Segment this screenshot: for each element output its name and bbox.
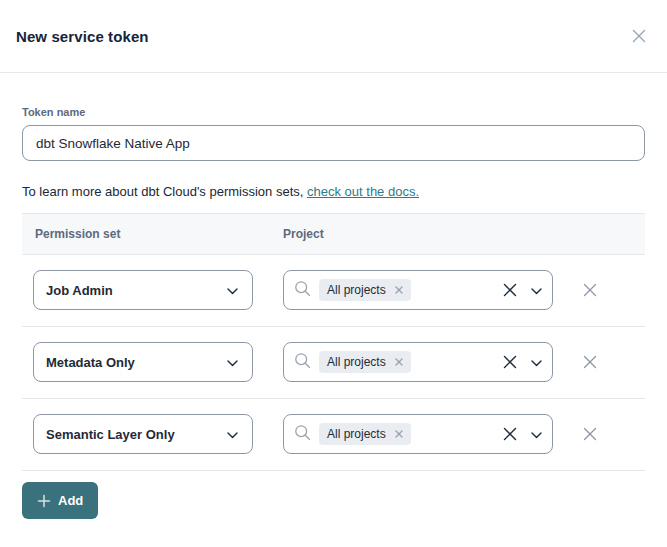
project-select[interactable]: All projects xyxy=(283,270,553,310)
modal-header: New service token xyxy=(0,0,667,73)
search-icon xyxy=(294,424,311,445)
add-button-label: Add xyxy=(58,493,83,508)
permissions-table: Permission set Project Job Admin All pro xyxy=(22,213,645,471)
chevron-down-icon xyxy=(227,353,238,371)
project-chip: All projects xyxy=(319,351,411,373)
chevron-down-icon[interactable] xyxy=(531,281,542,299)
clear-selection-icon[interactable] xyxy=(503,427,517,441)
x-icon xyxy=(582,354,598,370)
permission-set-value: Metadata Only xyxy=(46,355,135,370)
project-select[interactable]: All projects xyxy=(283,414,553,454)
project-chip: All projects xyxy=(319,423,411,445)
project-select[interactable]: All projects xyxy=(283,342,553,382)
project-chip-label: All projects xyxy=(327,355,386,369)
close-button[interactable] xyxy=(627,24,651,48)
token-name-input[interactable] xyxy=(22,125,645,161)
project-chip-label: All projects xyxy=(327,427,386,441)
remove-chip-icon[interactable] xyxy=(395,286,403,294)
info-text: To learn more about dbt Cloud's permissi… xyxy=(22,184,307,199)
project-chip-label: All projects xyxy=(327,283,386,297)
permission-set-select[interactable]: Metadata Only xyxy=(33,342,253,382)
remove-row-button[interactable] xyxy=(580,280,600,300)
permission-set-value: Job Admin xyxy=(46,283,113,298)
chevron-down-icon xyxy=(227,425,238,443)
permission-set-value: Semantic Layer Only xyxy=(46,427,175,442)
page-title: New service token xyxy=(16,28,149,45)
modal-body: Token name To learn more about dbt Cloud… xyxy=(0,106,667,471)
table-row: Metadata Only All projects xyxy=(22,327,645,399)
docs-link[interactable]: check out the docs. xyxy=(307,184,419,199)
permission-info-text: To learn more about dbt Cloud's permissi… xyxy=(22,184,645,199)
remove-chip-icon[interactable] xyxy=(395,358,403,366)
token-name-label: Token name xyxy=(22,106,645,118)
permission-set-select[interactable]: Semantic Layer Only xyxy=(33,414,253,454)
chevron-down-icon[interactable] xyxy=(531,353,542,371)
chevron-down-icon xyxy=(227,281,238,299)
clear-selection-icon[interactable] xyxy=(503,283,517,297)
new-service-token-modal: New service token Token name To learn mo… xyxy=(0,0,667,547)
permission-set-column-header: Permission set xyxy=(35,227,283,241)
table-row: Job Admin All projects xyxy=(22,255,645,327)
plus-icon xyxy=(37,494,51,508)
table-row: Semantic Layer Only All projects xyxy=(22,399,645,471)
remove-chip-icon[interactable] xyxy=(395,430,403,438)
x-icon xyxy=(582,282,598,298)
project-chip: All projects xyxy=(319,279,411,301)
clear-selection-icon[interactable] xyxy=(503,355,517,369)
add-row-button[interactable]: Add xyxy=(22,482,98,519)
close-icon xyxy=(630,27,648,45)
x-icon xyxy=(582,426,598,442)
remove-row-button[interactable] xyxy=(580,424,600,444)
chevron-down-icon[interactable] xyxy=(531,425,542,443)
remove-row-button[interactable] xyxy=(580,352,600,372)
permission-set-select[interactable]: Job Admin xyxy=(33,270,253,310)
search-icon xyxy=(294,352,311,373)
project-column-header: Project xyxy=(283,227,324,241)
search-icon xyxy=(294,280,311,301)
table-header-row: Permission set Project xyxy=(22,213,645,255)
